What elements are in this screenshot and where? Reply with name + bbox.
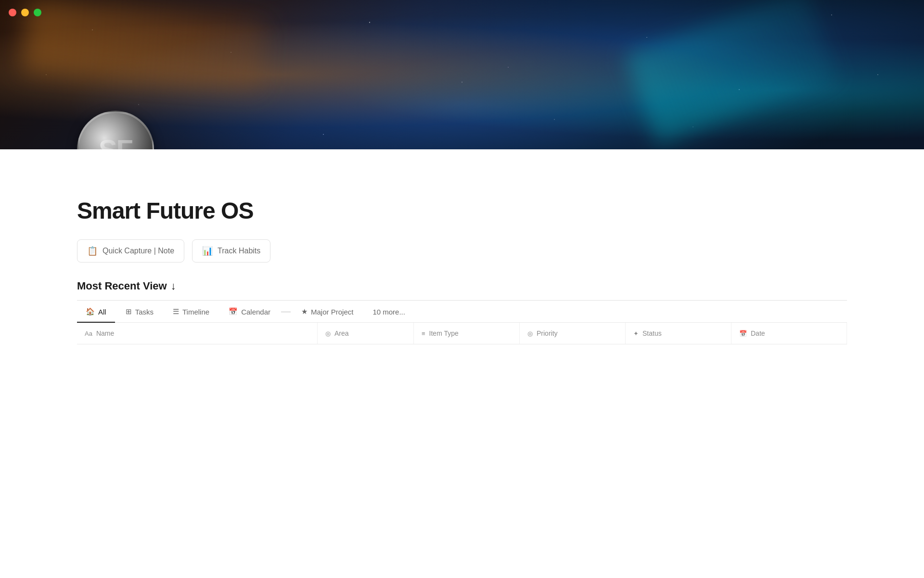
tab-calendar-label: Calendar [241,308,270,316]
tasks-icon: ⊞ [126,307,132,316]
quick-capture-icon: 📋 [87,246,98,256]
name-col-icon: Aa [85,330,92,337]
track-habits-label: Track Habits [218,247,260,255]
column-priority[interactable]: ◎ Priority [520,323,626,344]
column-item-type-label: Item Type [429,329,459,337]
column-area[interactable]: ◎ Area [318,323,414,344]
tab-timeline[interactable]: ☰ Timeline [164,301,218,323]
minimize-button[interactable] [21,9,29,16]
column-date-label: Date [751,329,765,337]
tab-calendar[interactable]: 📅 Calendar [220,301,279,323]
quick-capture-button[interactable]: 📋 Quick Capture | Note [77,239,184,263]
column-name[interactable]: Aa Name [77,323,318,344]
column-status-label: Status [642,329,662,337]
table-header: Aa Name ◎ Area ≡ Item Type ◎ Priority ✦ … [77,323,847,344]
quick-capture-label: Quick Capture | Note [103,247,174,255]
tab-tasks-label: Tasks [135,308,154,316]
fullscreen-button[interactable] [34,9,41,16]
home-icon: 🏠 [86,307,95,316]
titlebar [0,0,924,25]
sort-icon: ↓ [171,280,176,292]
tab-separator: — [281,306,291,317]
tab-major-project[interactable]: ★ Major Project [293,301,362,323]
timeline-icon: ☰ [173,307,179,316]
section-title: Most Recent View [77,280,167,292]
tab-timeline-label: Timeline [182,308,209,316]
area-col-icon: ◎ [325,330,331,337]
track-habits-icon: 📊 [202,246,213,256]
page-title: Smart Future OS [77,197,847,224]
track-habits-button[interactable]: 📊 Track Habits [192,239,270,263]
tab-more-label: 10 more... [372,308,405,316]
tab-major-project-label: Major Project [311,308,353,316]
tab-more[interactable]: 10 more... [364,301,414,323]
avatar: SF [77,111,154,149]
section-header: Most Recent View ↓ [77,280,847,292]
close-button[interactable] [9,9,16,16]
column-status[interactable]: ✦ Status [626,323,732,344]
star-icon: ★ [301,307,308,316]
action-buttons-row: 📋 Quick Capture | Note 📊 Track Habits [77,239,847,263]
tabs-bar: 🏠 All ⊞ Tasks ☰ Timeline 📅 Calendar — ★ … [77,301,847,323]
avatar-initials: SF [99,133,132,150]
status-col-icon: ✦ [633,330,639,337]
tab-all[interactable]: 🏠 All [77,301,115,323]
date-col-icon: 📅 [739,330,747,337]
calendar-icon: 📅 [229,307,238,316]
column-date[interactable]: 📅 Date [732,323,847,344]
tab-all-label: All [98,308,106,316]
column-name-label: Name [96,329,114,337]
column-priority-label: Priority [537,329,558,337]
tab-tasks[interactable]: ⊞ Tasks [117,301,162,323]
itemtype-col-icon: ≡ [422,330,425,337]
priority-col-icon: ◎ [527,330,533,337]
column-area-label: Area [334,329,349,337]
column-item-type[interactable]: ≡ Item Type [414,323,520,344]
main-content: Smart Future OS 📋 Quick Capture | Note 📊… [0,149,924,364]
